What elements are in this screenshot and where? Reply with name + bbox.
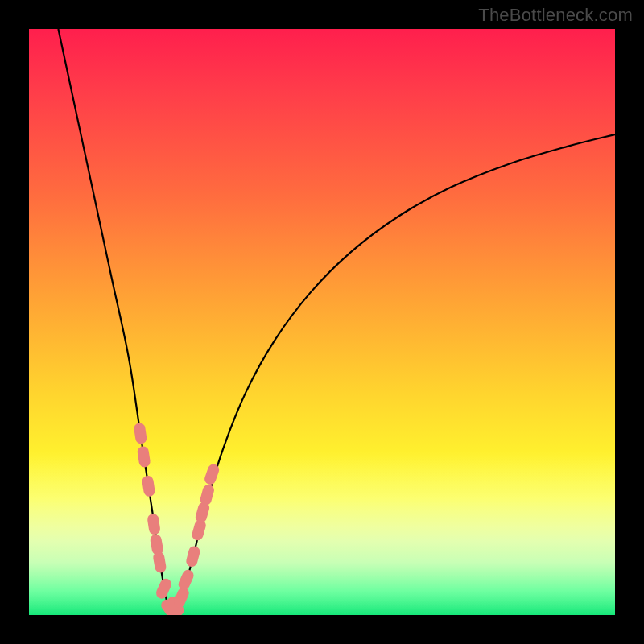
outer-frame: TheBottleneck.com xyxy=(0,0,644,644)
curve-svg xyxy=(29,29,615,615)
watermark-text: TheBottleneck.com xyxy=(478,5,633,26)
marker-group xyxy=(133,422,221,615)
curve-marker xyxy=(133,422,147,444)
curve-marker xyxy=(176,568,195,592)
curve-marker xyxy=(152,551,167,573)
curve-marker xyxy=(137,446,151,469)
plot-area xyxy=(29,29,615,615)
curve-marker xyxy=(147,513,161,535)
curve-marker xyxy=(185,545,201,568)
curve-marker xyxy=(142,475,156,497)
bottleneck-curve xyxy=(58,29,615,611)
curve-marker xyxy=(155,577,173,601)
